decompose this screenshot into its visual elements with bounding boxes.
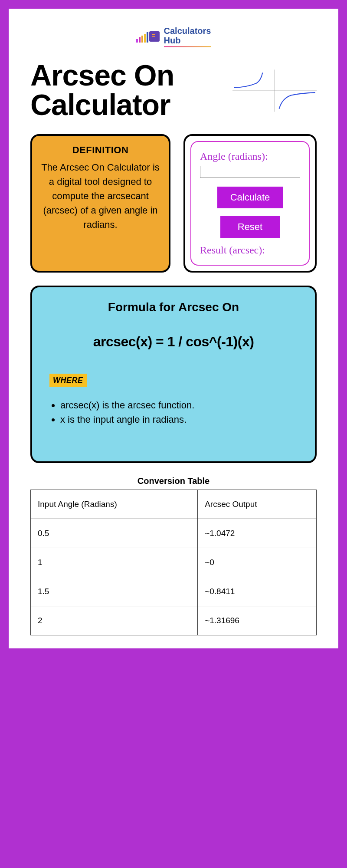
calculate-button[interactable]: Calculate [217,187,283,208]
result-label: Result (arcsec): [200,244,300,256]
logo-text: Calculators Hub [164,26,211,47]
table-header: Arcsec Output [198,490,317,519]
table-row: 1.5 ~0.8411 [31,577,317,606]
table-row: 2 ~1.31696 [31,606,317,635]
arcsec-graph [232,60,317,121]
where-list: arcsec(x) is the arcsec function. x is t… [49,398,298,427]
table-row: 0.5 ~1.0472 [31,519,317,548]
angle-input[interactable] [200,166,300,178]
table-cell: 2 [31,606,198,635]
angle-label: Angle (radians): [200,151,300,162]
calc-buttons: Calculate Reset [200,187,300,238]
table-cell: ~0.8411 [198,577,317,606]
page-title: Arcsec On Calculator [30,60,232,119]
table-cell: 1 [31,548,198,577]
calculator-card: Angle (radians): Calculate Reset Result … [183,134,317,273]
table-cell: 1.5 [31,577,198,606]
page-container: Calculators Hub Arcsec On Calculator DEF… [9,9,338,648]
table-cell: ~1.31696 [198,606,317,635]
where-badge: WHERE [49,374,87,387]
definition-text: The Arcsec On Calculator is a digital to… [41,160,160,232]
logo-line2: Hub [164,36,211,47]
definition-heading: DEFINITION [41,145,160,156]
where-item: arcsec(x) is the arcsec function. [60,398,298,412]
table-title: Conversion Table [30,476,317,486]
where-item: x is the input angle in radians. [60,412,298,427]
table-cell: ~0 [198,548,317,577]
logo-icon [136,31,160,43]
calculator-inner: Angle (radians): Calculate Reset Result … [190,141,310,266]
formula-expression: arcsec(x) = 1 / cos^(-1)(x) [49,334,298,350]
logo: Calculators Hub [30,26,317,47]
table-header-row: Input Angle (Radians) Arcsec Output [31,490,317,519]
table-cell: ~1.0472 [198,519,317,548]
header-row: Arcsec On Calculator [30,60,317,121]
table-header: Input Angle (Radians) [31,490,198,519]
cards-row: DEFINITION The Arcsec On Calculator is a… [30,134,317,273]
table-cell: 0.5 [31,519,198,548]
formula-heading: Formula for Arcsec On [49,300,298,314]
reset-button[interactable]: Reset [220,216,280,238]
table-row: 1 ~0 [31,548,317,577]
definition-card: DEFINITION The Arcsec On Calculator is a… [30,134,170,273]
conversion-table: Input Angle (Radians) Arcsec Output 0.5 … [30,490,317,635]
formula-card: Formula for Arcsec On arcsec(x) = 1 / co… [30,286,317,463]
logo-line1: Calculators [164,26,211,36]
